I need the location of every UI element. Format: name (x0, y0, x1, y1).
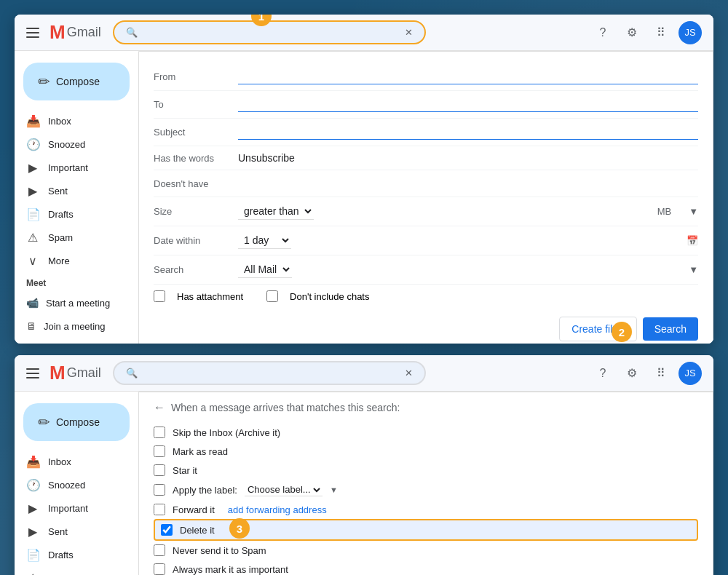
nav-sent-2[interactable]: ▶ Sent (15, 520, 138, 543)
size-label: Size (154, 206, 226, 217)
start-meeting-label-1: Start a meeting (46, 298, 110, 309)
apps-btn-2[interactable]: ⠿ (649, 362, 673, 385)
search-input-1[interactable]: Unsubscribe (143, 26, 399, 39)
hamburger-menu-2[interactable] (26, 365, 44, 382)
gmail-logo-1: M Gmail (50, 21, 101, 44)
apps-btn-1[interactable]: ⠿ (649, 21, 673, 44)
gmail-inner-2: ✏ Compose 📥 Inbox 🕐 Snoozed ▶ Important … (15, 392, 713, 575)
search-bar-1[interactable]: 🔍 Unsubscribe ✕ (113, 20, 426, 44)
spam-icon-1: ⚠ (26, 231, 39, 245)
main-content-2: ← When a message arrives that matches th… (138, 392, 713, 575)
drafts-icon-2: 📄 (26, 548, 39, 562)
filter-search-row: Search All Mail Inbox ▼ (154, 255, 698, 285)
important-icon-2: ▶ (26, 501, 39, 515)
nav-drafts-1[interactable]: 📄 Drafts (15, 202, 138, 226)
nav-spam-2[interactable]: ⚠ Spam (15, 566, 138, 575)
search-select[interactable]: All Mail Inbox (238, 261, 292, 278)
option-star: Star it (154, 461, 698, 480)
help-btn-2[interactable]: ? (591, 362, 614, 385)
nav-important-1[interactable]: ▶ Important (15, 156, 138, 179)
spam-icon-2: ⚠ (26, 571, 39, 576)
filter-doesnt-row: Doesn't have (154, 170, 698, 197)
label-cb[interactable] (154, 484, 165, 496)
always-important-label: Always mark it as important (173, 564, 288, 575)
nav-drafts-2[interactable]: 📄 Drafts (15, 543, 138, 566)
nav-important-label-2: Important (48, 503, 88, 514)
doesnt-input[interactable] (238, 176, 698, 191)
back-arrow[interactable]: ← (154, 401, 165, 414)
dont-include-chats-cb[interactable] (266, 290, 278, 302)
join-meeting-label-1: Join a meeting (44, 321, 106, 332)
delete-cb[interactable] (161, 524, 173, 536)
nav-important-2[interactable]: ▶ Important (15, 496, 138, 520)
settings-btn-2[interactable]: ⚙ (620, 362, 644, 385)
start-meeting-1[interactable]: 📹 Start a meeting (15, 291, 138, 314)
skip-cb[interactable] (154, 427, 165, 438)
size-dropdown-icon: ▼ (689, 206, 698, 217)
settings-btn-1[interactable]: ⚙ (620, 21, 644, 44)
nav-sent-1[interactable]: ▶ Sent (15, 179, 138, 202)
delete-label: Delete it (180, 525, 215, 536)
compose-btn-2[interactable]: ✏ Compose (23, 403, 130, 441)
gmail-window-1: M Gmail 🔍 Unsubscribe ✕ ? ⚙ ⠿ JS ✏ Compo… (15, 15, 713, 344)
help-btn-1[interactable]: ? (591, 21, 614, 44)
nav-inbox-2[interactable]: 📥 Inbox (15, 450, 138, 473)
plus-icon-1: ✏ (38, 73, 50, 90)
date-label: Date within (154, 235, 226, 246)
label-select[interactable]: Choose label... (245, 483, 323, 496)
read-cb[interactable] (154, 445, 165, 457)
plus-icon-2: ✏ (38, 413, 50, 431)
option-skip: Skip the Inbox (Archive it) (154, 423, 698, 442)
from-label: From (154, 71, 226, 82)
nav-drafts-label-1: Drafts (48, 209, 74, 220)
sidebar-1: ✏ Compose 📥 Inbox 🕐 Snoozed ▶ Important … (15, 51, 138, 344)
nav-sent-label-1: Sent (48, 186, 68, 197)
doesnt-label: Doesn't have (154, 178, 226, 189)
nav-snoozed-1[interactable]: 🕐 Snoozed (15, 132, 138, 156)
main-content-1: From To Subject Has the words Unsubscrib… (138, 51, 713, 344)
attachment-row: Has attachment Don't include chats (154, 285, 698, 308)
compose-btn-1[interactable]: ✏ Compose (23, 63, 130, 100)
inbox-icon-2: 📥 (26, 455, 39, 469)
compose-label-2: Compose (56, 416, 100, 428)
sent-icon-2: ▶ (26, 525, 39, 539)
clear-search-icon-2[interactable]: ✕ (405, 368, 413, 378)
nav-snoozed-2[interactable]: 🕐 Snoozed (15, 473, 138, 496)
option-spam: Never send it to Spam (154, 541, 698, 560)
calendar-icon[interactable]: 📅 (687, 235, 698, 246)
date-select[interactable]: 1 day 3 days 1 week (238, 232, 291, 249)
search-bar-2[interactable]: 🔍 Unsubscribe ✕ (113, 361, 426, 385)
header-icons-1: ? ⚙ ⠿ JS (591, 21, 702, 44)
from-input[interactable] (238, 69, 698, 84)
has-attachment-cb[interactable] (154, 290, 165, 302)
star-cb[interactable] (154, 464, 165, 476)
size-select[interactable]: greater than less than (238, 203, 314, 220)
search-input-2[interactable]: Unsubscribe (143, 367, 399, 379)
nav-inbox-1[interactable]: 📥 Inbox (15, 109, 138, 132)
filter-from-row: From (154, 63, 698, 91)
clear-search-icon-1[interactable]: ✕ (405, 27, 413, 38)
forward-label: Forward it (173, 504, 215, 515)
option-always-important: Always mark it as important (154, 560, 698, 575)
meet-section-1: Meet (15, 272, 138, 291)
subject-input[interactable] (238, 124, 698, 140)
join-icon-1: 🖥 (26, 320, 36, 332)
nav-spam-1[interactable]: ⚠ Spam (15, 226, 138, 249)
add-forwarding-link[interactable]: add forwarding address (228, 504, 327, 515)
join-meeting-1[interactable]: 🖥 Join a meeting (15, 314, 138, 338)
nav-more-1[interactable]: ∨ More (15, 249, 138, 272)
label-dropdown-icon: ▼ (330, 485, 338, 494)
spam-cb[interactable] (154, 544, 165, 556)
sent-icon-1: ▶ (26, 184, 39, 198)
avatar-2[interactable]: JS (678, 362, 702, 385)
hamburger-menu-1[interactable] (26, 24, 44, 41)
search-icon-1: 🔍 (126, 27, 138, 38)
always-important-cb[interactable] (154, 563, 165, 575)
filter-options-panel: ← When a message arrives that matches th… (138, 392, 713, 575)
panel-header-text: When a message arrives that matches this… (171, 402, 400, 413)
search-btn-1[interactable]: Search (643, 317, 698, 341)
to-input[interactable] (238, 97, 698, 112)
avatar-1[interactable]: JS (678, 21, 702, 44)
search-dropdown-icon: ▼ (689, 264, 698, 275)
forward-cb[interactable] (154, 504, 165, 515)
